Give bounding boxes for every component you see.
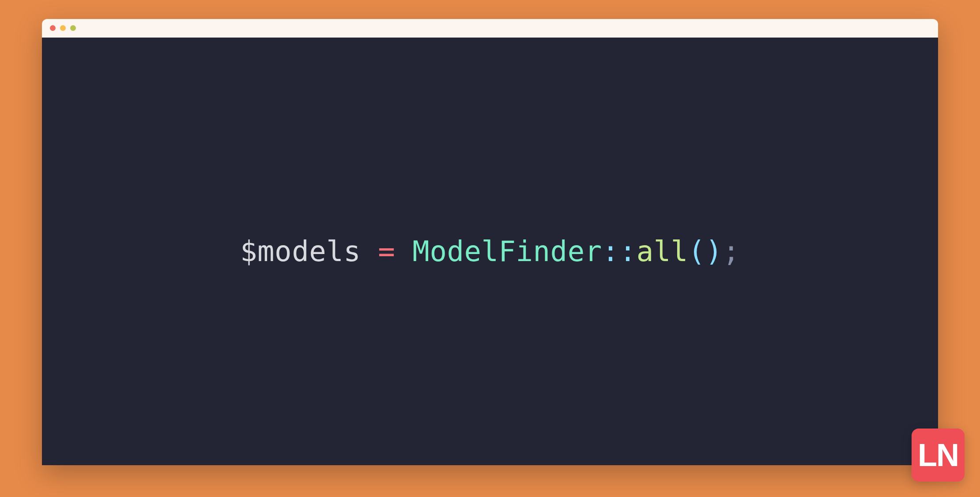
code-line: $models = ModelFinder::all(); (240, 235, 740, 268)
window-titlebar (42, 19, 938, 38)
token-operator: = (378, 235, 395, 268)
token-semicolon: ; (723, 235, 740, 268)
token-method: all (637, 235, 688, 268)
close-icon[interactable] (50, 25, 56, 31)
token-class: ModelFinder (412, 235, 602, 268)
minimize-icon[interactable] (60, 25, 66, 31)
logo-badge: LN (912, 429, 965, 482)
maximize-icon[interactable] (70, 25, 76, 31)
token-space (361, 235, 378, 268)
token-paren-open: ( (688, 235, 705, 268)
token-paren-close: ) (705, 235, 723, 268)
code-window: $models = ModelFinder::all(); (42, 19, 938, 465)
code-editor: $models = ModelFinder::all(); (42, 38, 938, 465)
token-space (395, 235, 412, 268)
token-scope: :: (602, 235, 637, 268)
token-variable: $models (240, 235, 361, 268)
logo-text: LN (918, 439, 958, 471)
